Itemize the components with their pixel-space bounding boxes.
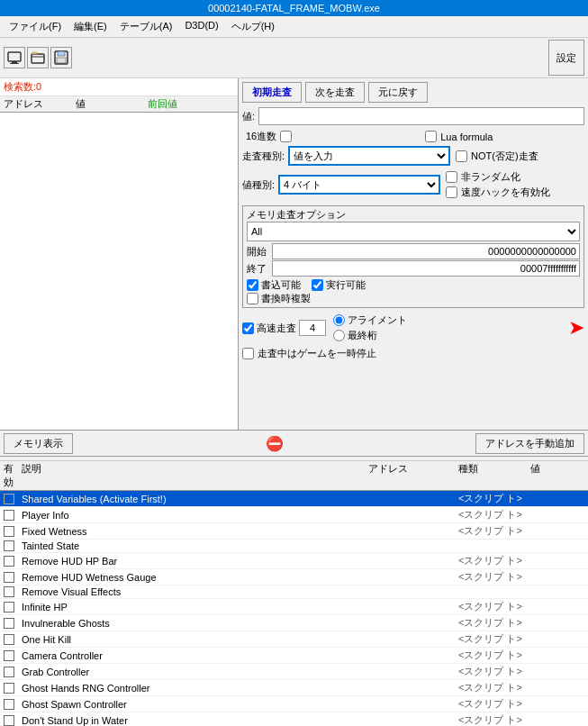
row-checkbox[interactable] xyxy=(4,494,14,504)
row-checkbox[interactable] xyxy=(4,602,14,613)
scan-type-select[interactable]: 値を入力 xyxy=(288,146,450,166)
list-item[interactable]: Ghost Spawn Controller<スクリプ ト> xyxy=(0,696,588,712)
value-input-field[interactable] xyxy=(258,107,584,125)
executable-label: 実行可能 xyxy=(326,278,366,292)
no-random-checkbox[interactable] xyxy=(446,171,457,183)
hex-checkbox[interactable] xyxy=(280,131,292,142)
scan-type-label: 走査種別: xyxy=(242,150,285,163)
start-label: 開始 xyxy=(247,245,268,259)
executable-field: 実行可能 xyxy=(312,278,366,292)
writable-label: 書込可能 xyxy=(261,278,301,292)
value-size-label: 値種別: xyxy=(242,178,275,192)
row-active-cell xyxy=(4,572,22,583)
row-type: <スクリプ ト> xyxy=(458,492,530,505)
list-item[interactable]: Shared Variables (Activate First!)<スクリプ … xyxy=(0,491,588,507)
list-item[interactable]: Remove HUD Wetness Gauge<スクリプ ト> xyxy=(0,569,588,585)
end-addr-input[interactable] xyxy=(272,260,580,277)
row-active-cell xyxy=(4,494,22,504)
writable-checkbox[interactable] xyxy=(247,279,258,291)
list-item[interactable]: Don't Stand Up in Water<スクリプ ト> xyxy=(0,712,588,726)
col-active: 有効 xyxy=(4,462,22,489)
last-digit-radio[interactable] xyxy=(333,330,345,341)
start-addr-input[interactable] xyxy=(272,243,580,259)
list-item[interactable]: Fixed Wetness<スクリプ ト> xyxy=(0,523,588,540)
mem-options-select[interactable]: All xyxy=(247,222,580,241)
settings-button[interactable]: 設定 xyxy=(548,40,584,76)
halt-checkbox[interactable] xyxy=(242,348,254,359)
row-checkbox[interactable] xyxy=(4,650,14,661)
writable-field: 書込可能 xyxy=(247,278,301,292)
mem-checkboxes-1: 書込可能 実行可能 xyxy=(247,278,580,292)
row-checkbox[interactable] xyxy=(4,634,14,645)
menu-edit[interactable]: 編集(E) xyxy=(68,18,113,35)
list-item[interactable]: Remove HUD HP Bar<スクリプ ト> xyxy=(0,553,588,569)
value-size-select[interactable]: 4 バイト xyxy=(278,175,440,195)
row-type: <スクリプ ト> xyxy=(458,649,530,662)
copy-on-write-checkbox[interactable] xyxy=(247,293,258,304)
row-checkbox[interactable] xyxy=(4,699,14,710)
row-desc: Shared Variables (Activate First!) xyxy=(22,494,368,504)
row-type: <スクリプ ト> xyxy=(458,681,530,694)
row-active-cell xyxy=(4,586,22,597)
row-checkbox[interactable] xyxy=(4,618,14,629)
save-button[interactable] xyxy=(50,47,72,68)
lua-formula-checkbox[interactable] xyxy=(425,131,437,142)
row-checkbox[interactable] xyxy=(4,683,14,694)
revert-button[interactable]: 元に戻す xyxy=(368,82,428,103)
row-type: <スクリプ ト> xyxy=(458,554,530,567)
right-checkboxes: 非ランダム化 速度ハックを有効化 xyxy=(446,170,550,199)
row-checkbox[interactable] xyxy=(4,572,14,583)
row-type: <スクリプ ト> xyxy=(458,570,530,584)
list-item[interactable]: Camera Controller<スクリプ ト> xyxy=(0,648,588,664)
value-label: 値: xyxy=(242,110,255,123)
row-active-cell xyxy=(4,526,22,537)
list-item[interactable]: Remove Visual Effects xyxy=(0,585,588,599)
high-speed-checkbox[interactable] xyxy=(242,322,254,334)
end-addr-row: 終了 xyxy=(247,260,580,277)
list-item[interactable]: Ghost Hands RNG Controller<スクリプ ト> xyxy=(0,680,588,696)
row-checkbox[interactable] xyxy=(4,526,14,537)
list-item[interactable]: Grab Controller<スクリプ ト> xyxy=(0,664,588,680)
monitor-button[interactable] xyxy=(4,47,25,68)
speed-value-input[interactable] xyxy=(299,320,326,336)
halt-label: 走査中はゲームを一時停止 xyxy=(258,347,376,360)
list-item[interactable]: One Hit Kill<スクリプ ト> xyxy=(0,631,588,648)
next-scan-button[interactable]: 次を走査 xyxy=(305,82,365,103)
svg-rect-1 xyxy=(12,61,17,63)
menu-help[interactable]: ヘルプ(H) xyxy=(226,18,280,35)
row-active-cell xyxy=(4,510,22,521)
col-val: 値 xyxy=(530,462,584,489)
list-item[interactable]: Invulnerable Ghosts<スクリプ ト> xyxy=(0,615,588,631)
not-scan-checkbox[interactable] xyxy=(456,150,467,162)
copy-on-write-field: 書換時複製 xyxy=(247,292,311,305)
row-checkbox[interactable] xyxy=(4,667,14,677)
list-item[interactable]: Infinite HP<スクリプ ト> xyxy=(0,599,588,615)
menu-file[interactable]: ファイル(F) xyxy=(4,18,67,35)
row-active-cell xyxy=(4,618,22,629)
row-active-cell xyxy=(4,699,22,710)
open-button[interactable] xyxy=(27,47,49,68)
row-checkbox[interactable] xyxy=(4,715,14,726)
list-item[interactable]: Tainted State xyxy=(0,540,588,553)
alignment-radio[interactable] xyxy=(333,314,345,326)
menu-d3d[interactable]: D3D(D) xyxy=(179,18,223,35)
speed-hack-label: 速度ハックを有効化 xyxy=(461,186,550,199)
start-addr-row: 開始 xyxy=(247,243,580,259)
row-checkbox[interactable] xyxy=(4,556,14,567)
speed-hack-checkbox[interactable] xyxy=(446,186,457,198)
row-checkbox[interactable] xyxy=(4,586,14,597)
executable-checkbox[interactable] xyxy=(312,279,323,291)
list-item[interactable]: Player Info<スクリプ ト> xyxy=(0,507,588,523)
add-addr-button[interactable]: アドレスを手動追加 xyxy=(475,433,584,454)
row-desc: Tainted State xyxy=(22,540,368,551)
row-checkbox[interactable] xyxy=(4,510,14,521)
scan-buttons-row: 初期走査 次を走査 元に戻す xyxy=(242,82,584,103)
high-speed-label: 高速走査 xyxy=(257,322,296,335)
bottom-bar: メモリ表示 ⛔ アドレスを手動追加 xyxy=(0,430,588,457)
initial-scan-button[interactable]: 初期走査 xyxy=(242,82,302,103)
menu-bar: ファイル(F) 編集(E) テーブル(A) D3D(D) ヘルプ(H) xyxy=(0,16,588,38)
alignment-label: アライメント xyxy=(348,313,407,327)
mem-view-button[interactable]: メモリ表示 xyxy=(4,433,73,454)
menu-table[interactable]: テーブル(A) xyxy=(114,18,178,35)
row-checkbox[interactable] xyxy=(4,540,14,551)
